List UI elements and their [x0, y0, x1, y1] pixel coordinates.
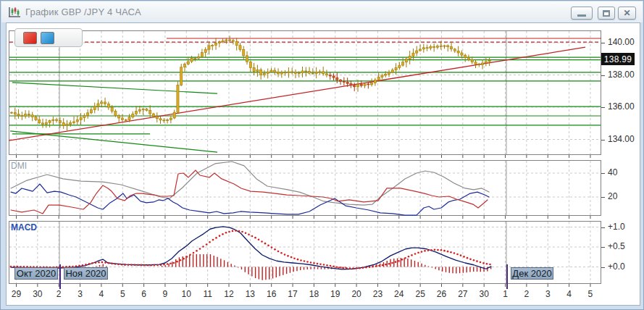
restore-button[interactable]	[598, 7, 615, 20]
current-price-label: 138.99	[601, 53, 635, 65]
axis-tick	[601, 267, 605, 268]
day-label: 29	[12, 289, 22, 299]
day-label: 30	[33, 289, 43, 299]
day-label: 2	[524, 289, 530, 299]
day-label: 5	[588, 289, 593, 299]
axis-tick	[601, 173, 605, 174]
app-window: График GBP /JPY 4 ЧАСА ✕ 293023456910111…	[0, 0, 644, 310]
month-divider	[59, 264, 61, 289]
close-icon: ✕	[623, 9, 630, 17]
red-marker-button[interactable]	[23, 32, 37, 44]
day-label: 16	[267, 289, 277, 299]
day-label: 3	[545, 289, 551, 299]
day-label: 17	[288, 289, 298, 299]
macd-axis-label: +1.0	[608, 222, 625, 232]
price-axis-label: 134.00	[608, 134, 635, 144]
day-label: 23	[373, 289, 383, 299]
day-label: 27	[458, 289, 468, 299]
month-label-box: Дек 2020	[511, 267, 553, 280]
restore-icon	[603, 10, 610, 17]
day-label: 25	[415, 289, 425, 299]
day-label: 11	[203, 289, 212, 299]
day-label: 4	[566, 289, 572, 299]
blue-marker-button[interactable]	[41, 32, 54, 44]
axis-tick	[601, 75, 605, 76]
day-label: 20	[351, 289, 361, 299]
day-label: 5	[120, 289, 125, 299]
price-axis-label: 138.00	[608, 70, 635, 80]
macd-panel-label: MACD	[11, 222, 37, 232]
day-label: 6	[141, 289, 146, 299]
day-label: 9	[163, 289, 168, 299]
month-label-box: Ноя 2020	[64, 267, 108, 280]
day-label: 4	[99, 289, 104, 299]
candlestick-chart-icon	[8, 7, 21, 18]
close-button[interactable]: ✕	[618, 7, 636, 20]
macd-axis-label: +0.5	[608, 241, 625, 251]
price-chart-panel[interactable]	[9, 30, 601, 159]
day-label: 12	[224, 289, 234, 299]
chart-toolbar	[14, 28, 83, 47]
axis-tick	[601, 247, 605, 248]
day-label: 2	[57, 289, 62, 299]
chart-client-area: 2930234569101112131617181920232425262730…	[6, 22, 640, 306]
day-label: 13	[246, 289, 256, 299]
day-label: 19	[330, 289, 340, 299]
macd-axis-label: +0.0	[608, 261, 625, 272]
dmi-indicator-panel[interactable]	[9, 160, 601, 221]
window-titlebar[interactable]: График GBP /JPY 4 ЧАСА	[1, 1, 643, 22]
day-label: 26	[437, 289, 447, 299]
price-axis-label: 140.00	[608, 37, 635, 47]
date-axis: 2930234569101112131617181920232425262730…	[9, 287, 601, 306]
dmi-axis-label: 20	[608, 191, 617, 201]
day-label: 3	[78, 289, 83, 299]
axis-tick	[601, 43, 605, 43]
axis-tick	[601, 197, 605, 198]
day-label: 18	[309, 289, 319, 299]
axis-tick	[601, 140, 605, 141]
day-label: 1	[503, 289, 508, 299]
axis-tick	[601, 227, 605, 228]
price-axis-label: 136.00	[608, 101, 635, 112]
minimize-button[interactable]	[571, 7, 593, 20]
axis-tick	[601, 107, 605, 108]
month-label-box: Окт 2020	[14, 267, 58, 280]
day-label: 10	[182, 289, 192, 299]
window-title: График GBP /JPY 4 ЧАСА	[25, 7, 141, 17]
month-divider	[506, 264, 508, 289]
dmi-panel-label: DMI	[11, 161, 27, 171]
day-label: 30	[480, 289, 490, 299]
day-label: 24	[394, 289, 404, 299]
minimize-icon	[577, 14, 586, 17]
dmi-axis-label: 40	[608, 167, 617, 177]
